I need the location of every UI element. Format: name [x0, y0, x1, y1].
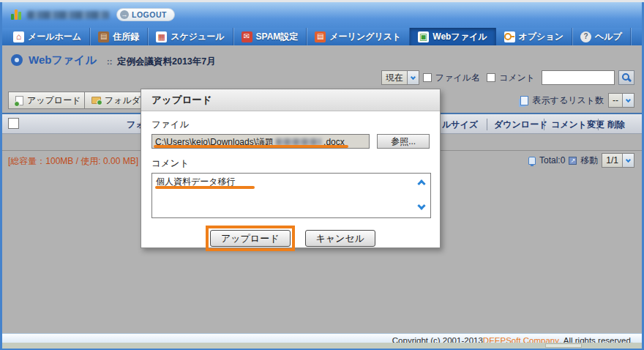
column-file-size[interactable]: ルサイズ: [442, 119, 478, 131]
tab-mail-home[interactable]: メールホーム: [5, 28, 90, 45]
total-icon: [528, 157, 536, 165]
search-scope-select[interactable]: 現在: [381, 70, 419, 85]
upload-toolbar-button[interactable]: アップロード: [8, 92, 88, 109]
tab-label: スケジュール: [171, 31, 224, 43]
annotation-underline-comment: [155, 186, 255, 189]
page-select[interactable]: 1/1: [602, 153, 634, 168]
annotation-underline-file: [154, 145, 348, 148]
bottom-strip: [2, 343, 642, 349]
page-select-value: 1/1: [602, 155, 622, 165]
folder-add-icon: [91, 97, 101, 104]
search-row: 現在 ファイル名 コメント: [381, 70, 634, 86]
page-title: Webファイル: [29, 53, 97, 67]
filename-checkbox[interactable]: [423, 73, 432, 82]
display-list-select[interactable]: --: [608, 93, 634, 108]
mailing-list-icon: [315, 31, 326, 42]
help-icon: [580, 31, 591, 42]
tab-label: メーリングリスト: [329, 31, 401, 43]
column-divider: [544, 119, 544, 130]
scroll-up-icon[interactable]: [417, 179, 425, 187]
tab-options[interactable]: オプション: [496, 28, 572, 45]
total-count: Total:0: [539, 155, 565, 165]
search-button[interactable]: [618, 70, 634, 85]
tab-help[interactable]: ヘルプ: [572, 28, 631, 45]
filename-checkbox-label: ファイル名: [435, 72, 480, 84]
tab-mailing-list[interactable]: メーリングリスト: [307, 28, 410, 45]
page-subtitle: 定例会議資料2013年7月: [117, 56, 216, 68]
redacted-user-email: [27, 11, 109, 19]
column-comment-change[interactable]: コメント変更: [551, 119, 604, 131]
column-divider: [598, 119, 599, 130]
tab-address-book[interactable]: 住所録: [90, 28, 148, 45]
home-icon: [13, 31, 24, 42]
tab-label: メールホーム: [28, 31, 81, 43]
key-icon: [504, 31, 515, 42]
comment-checkbox-label: コメント: [499, 72, 535, 84]
tab-label: ヘルプ: [595, 31, 622, 43]
storage-quota-text: [総容量：100MB / 使用: 0.00 MB]: [8, 155, 138, 168]
move-icon: ↗: [569, 157, 577, 165]
annotation-highlight-box: アップロード: [206, 226, 295, 251]
tab-schedule[interactable]: スケジュール: [148, 28, 233, 45]
logout-button[interactable]: → LOGOUT: [116, 8, 175, 21]
topbar: → LOGOUT: [2, 2, 642, 28]
chevron-down-icon[interactable]: [622, 154, 634, 167]
select-all-checkbox[interactable]: [8, 118, 19, 129]
webfile-floppy-icon: [418, 31, 429, 42]
brand-logo-icon: [11, 9, 23, 20]
app-frame: → LOGOUT メールホーム 住所録 スケジュール SPAM設定: [2, 2, 642, 349]
browse-button[interactable]: 参照...: [377, 134, 430, 149]
tab-label: Webファイル: [433, 31, 487, 43]
window-top-edge: [0, 0, 644, 2]
upload-toolbar-label: アップロード: [27, 94, 80, 107]
pages-icon: [520, 96, 528, 105]
scroll-down-icon[interactable]: [417, 201, 425, 209]
file-row: C:\Users\keio\Downloads\議題.docx 参照...: [151, 134, 430, 149]
tab-label: 住所録: [113, 31, 139, 43]
dialog-cancel-button[interactable]: キャンセル: [305, 230, 376, 247]
create-folder-button[interactable]: フォルダ作...: [84, 92, 141, 109]
logout-label: LOGOUT: [132, 10, 167, 19]
tab-label: オプション: [519, 31, 564, 43]
display-list-label: 表示するリスト数: [533, 94, 604, 107]
file-path-input[interactable]: C:\Users\keio\Downloads\議題.docx: [151, 134, 370, 149]
app-window: → LOGOUT メールホーム 住所録 スケジュール SPAM設定: [0, 0, 644, 350]
comment-textarea[interactable]: 個人資料データ移行: [151, 173, 431, 218]
create-folder-label: フォルダ作...: [105, 94, 141, 107]
bottom-strip-box: [545, 343, 582, 348]
file-field-label: ファイル: [151, 119, 430, 131]
comment-text: 個人資料データ移行: [156, 176, 236, 187]
search-input[interactable]: [542, 70, 615, 85]
section-ring-icon: [11, 54, 23, 66]
display-list-count: 表示するリスト数 --: [520, 93, 634, 108]
dialog-buttons: アップロード キャンセル: [151, 226, 430, 251]
column-download[interactable]: ダウンロード: [494, 119, 547, 131]
spam-icon: [242, 31, 252, 42]
upload-dialog: アップロード ファイル C:\Users\keio\Downloads\議題.d…: [141, 89, 441, 248]
display-list-value: --: [609, 95, 622, 105]
move-label: 移動: [580, 154, 598, 167]
column-delete[interactable]: 削除: [607, 119, 625, 131]
tab-spam-settings[interactable]: SPAM設定: [233, 28, 307, 45]
column-divider: [487, 119, 487, 130]
chevron-down-icon[interactable]: [622, 94, 634, 107]
file-add-icon: [15, 96, 23, 105]
main-nav: メールホーム 住所録 スケジュール SPAM設定 メーリングリスト Webファイ…: [2, 28, 642, 45]
dialog-upload-button[interactable]: アップロード: [210, 230, 291, 247]
chevron-down-icon[interactable]: [407, 71, 419, 84]
search-icon: [621, 72, 632, 83]
dialog-body: ファイル C:\Users\keio\Downloads\議題.docx 参照.…: [141, 111, 440, 251]
calendar-icon: [156, 31, 167, 42]
tab-label: SPAM設定: [256, 31, 299, 43]
search-scope-value: 現在: [382, 72, 407, 84]
tab-web-file[interactable]: Webファイル: [410, 28, 495, 45]
comment-checkbox[interactable]: [487, 73, 495, 82]
pager-controls: Total:0 ↗ 移動 1/1: [528, 153, 634, 168]
address-book-icon: [98, 31, 109, 42]
page-title-separator: ::: [107, 57, 112, 66]
dialog-title: アップロード: [141, 89, 440, 111]
comment-field-label: コメント: [151, 157, 430, 170]
logout-arrow-icon: →: [120, 10, 129, 19]
